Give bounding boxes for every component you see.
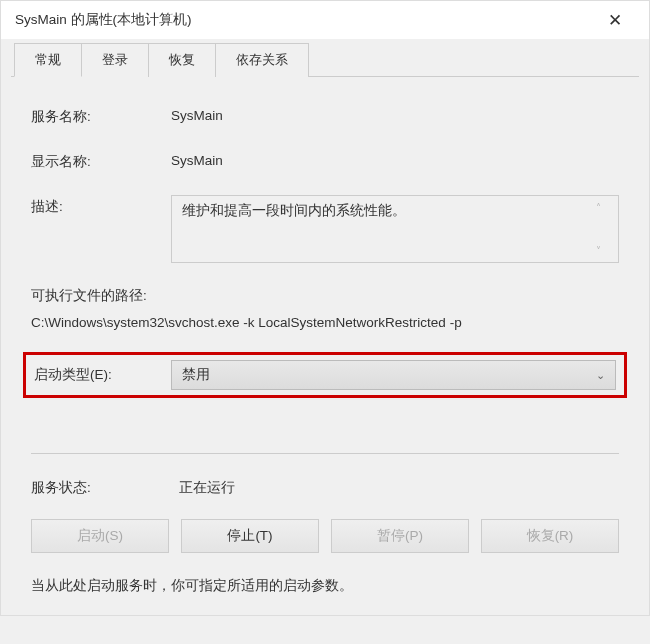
exe-path-value: C:\Windows\system32\svchost.exe -k Local… bbox=[31, 315, 619, 330]
window-title: SysMain 的属性(本地计算机) bbox=[15, 11, 595, 29]
divider bbox=[31, 453, 619, 454]
startup-params-hint: 当从此处启动服务时，你可指定所适用的启动参数。 bbox=[31, 577, 619, 595]
startup-type-select[interactable]: 禁用 ⌄ bbox=[171, 360, 616, 390]
description-textbox[interactable]: 维护和提高一段时间内的系统性能。 ˄ ˅ bbox=[171, 195, 619, 263]
startup-type-value: 禁用 bbox=[182, 366, 596, 384]
display-name-label: 显示名称: bbox=[31, 150, 171, 171]
stop-button[interactable]: 停止(T) bbox=[181, 519, 319, 553]
display-name-value: SysMain bbox=[171, 150, 619, 168]
description-text: 维护和提高一段时间内的系统性能。 bbox=[182, 202, 588, 256]
start-button: 启动(S) bbox=[31, 519, 169, 553]
scroll-down-icon[interactable]: ˅ bbox=[596, 245, 601, 256]
startup-type-row: 启动类型(E): 禁用 ⌄ bbox=[23, 352, 627, 398]
tab-logon[interactable]: 登录 bbox=[82, 43, 149, 77]
service-status-value: 正在运行 bbox=[179, 476, 619, 497]
chevron-down-icon: ⌄ bbox=[596, 369, 605, 382]
close-button[interactable]: ✕ bbox=[595, 4, 635, 36]
pause-button: 暂停(P) bbox=[331, 519, 469, 553]
exe-path-label: 可执行文件的路径: bbox=[31, 287, 619, 305]
tab-general[interactable]: 常规 bbox=[14, 43, 82, 77]
close-icon: ✕ bbox=[608, 10, 622, 31]
resume-button: 恢复(R) bbox=[481, 519, 619, 553]
service-name-value: SysMain bbox=[171, 105, 619, 123]
service-name-label: 服务名称: bbox=[31, 105, 171, 126]
description-label: 描述: bbox=[31, 195, 171, 216]
startup-type-label: 启动类型(E): bbox=[34, 366, 171, 384]
service-status-label: 服务状态: bbox=[31, 476, 179, 497]
scroll-up-icon[interactable]: ˄ bbox=[596, 202, 601, 213]
tab-dependencies[interactable]: 依存关系 bbox=[216, 43, 309, 77]
tab-recovery[interactable]: 恢复 bbox=[149, 43, 216, 77]
